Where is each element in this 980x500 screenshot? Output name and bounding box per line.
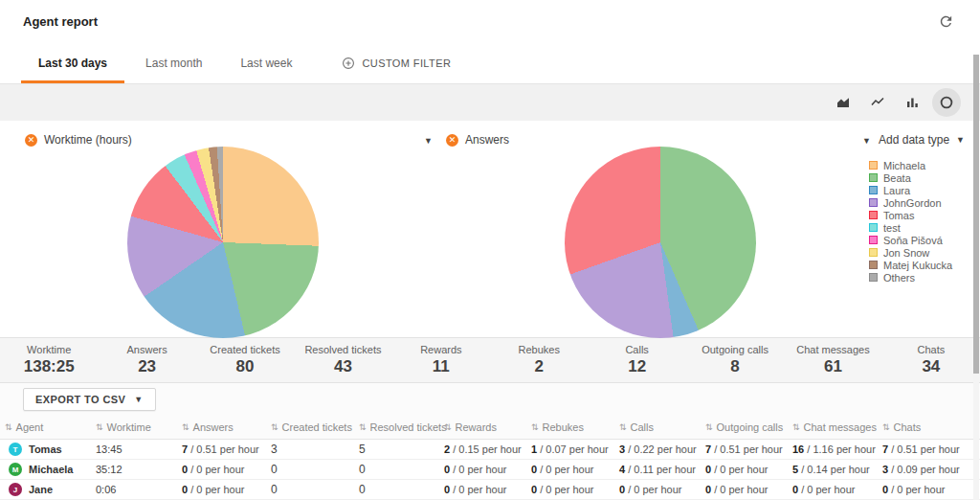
legend-item-jon-snow[interactable]: Jon Snow [869,246,952,259]
tab-custom-filter[interactable]: CUSTOM FILTER [323,42,470,83]
legend-label: JohnGordon [883,197,942,209]
table-cell: 5 / 0.14 per hour [788,464,878,475]
legend-swatch-icon [869,236,878,244]
legend-swatch-icon [869,261,878,269]
legend-swatch-icon [869,186,878,194]
bar-chart-icon [904,95,920,110]
column-header-resolved-tickets[interactable]: ⇅Resolved tickets [354,421,439,433]
tab-last-week[interactable]: Last week [221,42,311,83]
sort-icon: ⇅ [444,422,452,432]
legend-item-laura[interactable]: Laura [869,184,952,196]
column-header-chats[interactable]: ⇅Chats [878,421,980,433]
legend-item-michaela[interactable]: Michaela [869,159,952,171]
column-header-answers[interactable]: ⇅Answers [177,421,266,433]
table-cell: 16 / 1.16 per hour [788,443,878,455]
table-cell: 3 / 0.09 per hour [878,464,980,475]
cell-rate: / 0 per hour [711,484,768,495]
app-header: Agent report [0,0,980,42]
line-chart-button[interactable] [863,88,892,117]
export-to-csv-button[interactable]: EXPORT TO CSV ▼ [23,388,156,411]
stat-label: Chat messages [784,344,881,355]
agent-cell: JJane [0,483,91,496]
worktime-pie-chart[interactable] [127,147,319,338]
column-header-rewards[interactable]: ⇅Rewards [439,421,526,433]
tab-last-30-days[interactable]: Last 30 days [19,42,126,83]
stat-value: 11 [392,357,490,376]
stat-value: 8 [686,357,784,376]
remove-worktime-icon[interactable]: ✕ [25,134,37,147]
stat-label: Resolved tickets [294,344,391,355]
bar-chart-button[interactable] [898,88,926,117]
table-cell: 3 [266,443,354,456]
legend-swatch-icon [869,273,878,282]
legend-item-beata[interactable]: Beata [869,171,952,184]
stat-label: Worktime [0,344,98,355]
column-header-rebukes[interactable]: ⇅Rebukes [526,421,614,433]
sort-icon: ⇅ [271,422,278,432]
column-header-label: Resolved tickets [370,421,447,433]
agent-cell: MMichaela [0,463,91,476]
add-data-type-button[interactable]: Add data type ▼ [879,133,965,147]
stat-rewards: Rewards11 [392,338,490,382]
column-header-label: Answers [193,421,234,433]
legend-item-tomas[interactable]: Tomas [869,209,952,221]
legend-item-johngordon[interactable]: JohnGordon [869,196,952,209]
table-cell: 0 / 0 per hour [439,484,526,495]
stat-value: 23 [98,357,195,376]
cell-rate: / 0.09 per hour [888,464,960,475]
area-chart-icon [835,95,851,110]
tab-last-month[interactable]: Last month [126,42,221,83]
legend-label: Laura [883,185,910,196]
cell-rate: / 0 per hour [798,484,855,495]
table-cell: 0 / 0 per hour [526,464,614,475]
pie-chart-button[interactable] [932,88,961,117]
table-row-tomas[interactable]: TTomas13:457 / 0.51 per hour352 / 0.15 p… [0,440,980,460]
table-row-michaela[interactable]: MMichaela35:120 / 0 per hour000 / 0 per … [0,460,980,480]
chevron-down-icon: ▼ [134,395,143,404]
custom-filter-label: CUSTOM FILTER [362,57,451,69]
legend-label: Tomas [883,210,914,221]
column-header-worktime[interactable]: ⇅Worktime [91,421,177,433]
sort-icon: ⇅ [5,422,12,432]
column-header-chat-messages[interactable]: ⇅Chat messages [788,421,878,433]
column-header-calls[interactable]: ⇅Calls [614,421,701,433]
refresh-button[interactable] [936,11,955,31]
cell-rate: / 0.07 per hour [537,443,609,455]
worktime-chart-title: ✕ Worktime (hours) [25,133,132,147]
answers-chart-label: Answers [465,133,509,147]
cell-rate: / 0 per hour [711,464,768,475]
legend-swatch-icon [869,248,878,257]
answers-dropdown-caret-icon[interactable]: ▼ [862,136,871,146]
area-chart-button[interactable] [829,88,858,117]
stat-chat-messages: Chat messages61 [784,338,881,382]
cell-rate: / 0 per hour [888,484,945,495]
column-header-label: Created tickets [282,421,352,433]
legend-label: Beata [883,172,911,184]
column-header-agent[interactable]: ⇅Agent [0,421,91,433]
table-cell: 0 [354,463,439,476]
cell-rate: / 0.51 per hour [711,443,783,455]
chart-legend: MichaelaBeataLauraJohnGordonTomastestSoň… [869,159,952,284]
avatar: J [9,483,22,496]
column-header-outgoing-calls[interactable]: ⇅Outgoing calls [701,421,788,433]
answers-pie-chart[interactable] [565,147,756,338]
legend-label: Soňa Pišová [883,235,943,246]
column-header-created-tickets[interactable]: ⇅Created tickets [266,421,354,433]
table-cell: 35:12 [91,464,177,475]
chart-panel: ✕ Worktime (hours) ▼ ✕ Answers ▼ Add dat… [0,121,980,337]
legend-item-so-a-pi-ov[interactable]: Soňa Pišová [869,234,952,246]
table-cell: 0 [266,483,354,496]
legend-item-test[interactable]: test [869,221,952,234]
cell-rate: / 0.22 per hour [625,443,697,455]
sort-icon: ⇅ [182,422,189,432]
worktime-dropdown-caret-icon[interactable]: ▼ [424,136,433,146]
cell-rate: / 0.14 per hour [798,464,870,475]
legend-item-matej-kukucka[interactable]: Matej Kukucka [869,259,952,271]
table-cell: 0 / 0 per hour [439,464,526,475]
table-row-jane[interactable]: JJane0:060 / 0 per hour000 / 0 per hour0… [0,480,980,500]
legend-item-others[interactable]: Others [869,271,952,284]
vertical-scrollbar-thumb[interactable] [973,55,979,374]
cell-rate: / 0 per hour [537,484,593,495]
remove-answers-icon[interactable]: ✕ [446,134,458,147]
stat-value: 80 [196,357,294,376]
